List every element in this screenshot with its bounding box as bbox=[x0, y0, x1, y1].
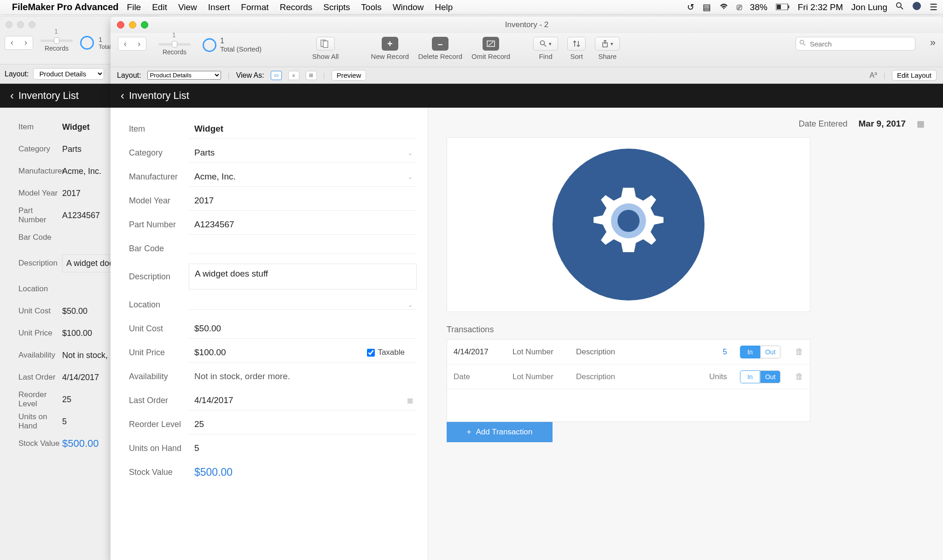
clock[interactable]: Fri 2:32 PM bbox=[798, 2, 843, 12]
add-transaction-button[interactable]: + Add Transaction bbox=[447, 422, 553, 442]
calendar-icon[interactable]: ▦ bbox=[407, 397, 413, 404]
trans-units[interactable]: Units bbox=[704, 372, 732, 381]
menu-format[interactable]: Format bbox=[241, 2, 268, 12]
share-button[interactable]: ▾ bbox=[595, 37, 620, 51]
app-name[interactable]: FileMaker Pro Advanced bbox=[12, 2, 119, 12]
unitcost-field[interactable]: $50.00 bbox=[189, 319, 417, 339]
svg-point-3 bbox=[896, 3, 901, 7]
record-nav-buttons[interactable]: ‹ › bbox=[118, 37, 146, 51]
record-slider[interactable] bbox=[158, 43, 191, 46]
menu-edit[interactable]: Edit bbox=[152, 2, 167, 12]
showall-button[interactable] bbox=[316, 37, 335, 51]
omitrecord-button[interactable] bbox=[483, 37, 499, 51]
menu-tools[interactable]: Tools bbox=[361, 2, 381, 12]
menu-view[interactable]: View bbox=[178, 2, 197, 12]
reorder-field[interactable]: 25 bbox=[189, 415, 417, 434]
zoom-button[interactable] bbox=[141, 21, 148, 29]
toolbar-overflow-icon[interactable]: » bbox=[930, 37, 936, 49]
trans-lot[interactable]: Lot Number bbox=[512, 347, 568, 357]
prev-record-icon[interactable]: ‹ bbox=[118, 39, 132, 49]
notification-center-icon[interactable]: ☰ bbox=[930, 2, 937, 12]
trans-in-button[interactable]: In bbox=[740, 370, 760, 383]
lastorder-label: Last Order bbox=[111, 396, 189, 405]
back-chevron-icon[interactable]: ‹ bbox=[10, 89, 14, 102]
pie-chart-icon[interactable] bbox=[203, 38, 216, 52]
zoom-dot-inactive[interactable] bbox=[29, 21, 35, 28]
menu-records[interactable]: Records bbox=[280, 2, 313, 12]
close-button[interactable] bbox=[117, 21, 124, 29]
calendar-icon[interactable]: ▦ bbox=[917, 119, 925, 129]
menu-help[interactable]: Help bbox=[435, 2, 453, 12]
trash-icon[interactable]: 🗑 bbox=[795, 372, 803, 381]
menu-insert[interactable]: Insert bbox=[208, 2, 230, 12]
menu-file[interactable]: File bbox=[127, 2, 141, 12]
trans-in-button[interactable]: In bbox=[740, 346, 760, 358]
search-input[interactable] bbox=[796, 37, 915, 51]
menu-scripts[interactable]: Scripts bbox=[323, 2, 350, 12]
trans-desc[interactable]: Description bbox=[576, 372, 696, 381]
time-machine-icon[interactable]: ↺ bbox=[687, 2, 694, 12]
wifi-icon[interactable] bbox=[719, 2, 728, 12]
traffic-lights-inactive bbox=[6, 21, 35, 28]
close-dot-inactive[interactable] bbox=[6, 21, 12, 28]
description-field[interactable]: A widget does stuff bbox=[189, 264, 417, 289]
page-header[interactable]: ‹ Inventory List bbox=[111, 84, 943, 108]
modelyear-field[interactable]: 2017 bbox=[189, 191, 417, 211]
formatting-bar-icon[interactable]: Aa bbox=[870, 71, 877, 80]
menu-window[interactable]: Window bbox=[393, 2, 424, 12]
modelyear-label-bg: Model Year bbox=[0, 189, 62, 198]
next-record-icon[interactable]: › bbox=[19, 38, 33, 47]
partnum-field[interactable]: A1234567 bbox=[189, 215, 417, 235]
minimize-button[interactable] bbox=[129, 21, 136, 29]
trans-date[interactable]: 4/14/2017 bbox=[454, 347, 504, 357]
manufacturer-field[interactable]: Acme, Inc.⌄ bbox=[189, 167, 417, 187]
stockvalue-value: $500.00 bbox=[189, 462, 417, 483]
view-table-button[interactable]: ⊞ bbox=[306, 71, 317, 80]
location-field[interactable]: ⌄ bbox=[189, 300, 417, 310]
display-icon[interactable]: ▤ bbox=[703, 2, 711, 12]
newrecord-button[interactable]: + bbox=[382, 37, 398, 51]
view-list-button[interactable]: ≡ bbox=[288, 71, 299, 80]
battery-icon[interactable] bbox=[776, 2, 790, 12]
product-image-container[interactable] bbox=[447, 137, 810, 312]
showall-label: Show All bbox=[312, 52, 339, 60]
category-field[interactable]: Parts⌄ bbox=[189, 143, 417, 163]
siri-icon[interactable] bbox=[912, 1, 921, 13]
back-chevron-icon[interactable]: ‹ bbox=[121, 89, 124, 102]
svg-point-10 bbox=[541, 41, 545, 45]
lastorder-field[interactable]: 4/14/2017▦ bbox=[189, 391, 417, 410]
trans-desc[interactable]: Description bbox=[576, 347, 696, 357]
layout-select[interactable]: Product Details bbox=[147, 71, 221, 80]
trans-out-button[interactable]: Out bbox=[760, 346, 780, 358]
deleterecord-button[interactable]: – bbox=[432, 37, 448, 51]
location-label: Location bbox=[111, 300, 189, 310]
barcode-field[interactable] bbox=[189, 244, 417, 254]
record-slider-bg[interactable] bbox=[41, 40, 73, 42]
next-record-icon[interactable]: › bbox=[132, 39, 146, 49]
trans-units[interactable]: 5 bbox=[704, 347, 732, 357]
records-label: Records bbox=[163, 48, 186, 56]
layout-select-bg[interactable]: Product Details bbox=[33, 68, 104, 80]
trans-lot[interactable]: Lot Number bbox=[512, 372, 568, 381]
user-name[interactable]: Jon Lung bbox=[851, 2, 887, 12]
record-nav-buttons-bg[interactable]: ‹ › bbox=[5, 36, 33, 50]
find-button[interactable]: ▾ bbox=[533, 37, 558, 51]
editlayout-button[interactable]: Edit Layout bbox=[892, 70, 937, 81]
spotlight-icon[interactable] bbox=[896, 2, 904, 12]
sort-button[interactable] bbox=[567, 37, 586, 51]
partnum-label-bg: Part Number bbox=[0, 206, 62, 225]
sort-label: Sort bbox=[570, 52, 583, 60]
date-entered-value[interactable]: Mar 9, 2017 bbox=[859, 119, 906, 129]
trans-out-button[interactable]: Out bbox=[760, 370, 780, 383]
minimize-dot-inactive[interactable] bbox=[17, 21, 24, 28]
svg-point-5 bbox=[913, 2, 921, 10]
trash-icon[interactable]: 🗑 bbox=[795, 347, 803, 357]
view-form-button[interactable]: ▭ bbox=[271, 71, 282, 80]
airplay-icon[interactable]: ⎚ bbox=[737, 2, 742, 12]
prev-record-icon[interactable]: ‹ bbox=[5, 38, 19, 47]
preview-button[interactable]: Preview bbox=[332, 70, 366, 81]
trans-date[interactable]: Date bbox=[454, 372, 504, 381]
pie-chart-icon-bg[interactable] bbox=[80, 36, 94, 50]
taxable-checkbox[interactable] bbox=[367, 349, 375, 357]
item-field[interactable]: Widget bbox=[189, 119, 417, 139]
